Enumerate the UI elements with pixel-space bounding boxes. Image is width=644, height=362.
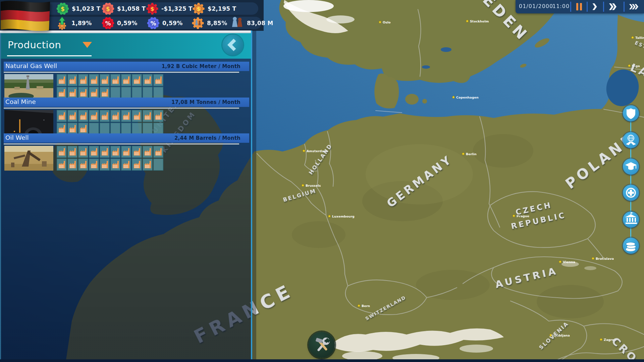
stat-value: 83,08 M <box>247 20 273 26</box>
factory-slot-filled[interactable] <box>67 146 77 158</box>
hammer-wrench-icon <box>313 336 331 354</box>
factory-slot-filled[interactable] <box>89 74 99 86</box>
fast-forward-button[interactable] <box>605 0 622 13</box>
factory-slot-filled[interactable] <box>89 110 99 122</box>
economy-coins-button[interactable] <box>623 238 639 254</box>
factory-slot-empty[interactable] <box>143 87 153 99</box>
factory-slot-empty[interactable] <box>132 123 142 135</box>
section-header[interactable]: Natural Gas Well 1,92 B Cubic Meter / Mo… <box>4 62 249 71</box>
health-cross-button[interactable] <box>623 185 639 201</box>
economy-coins-icon <box>623 238 639 254</box>
back-button[interactable] <box>222 35 243 55</box>
factory-slot-filled[interactable] <box>67 87 77 99</box>
separator <box>570 2 571 12</box>
factory-slot-filled[interactable] <box>57 146 67 158</box>
factory-slot-filled[interactable] <box>78 87 88 99</box>
factory-slot-filled[interactable] <box>143 110 153 122</box>
factory-slot-filled[interactable] <box>78 146 88 158</box>
section-header[interactable]: Oil Well 2,44 M Barrels / Month <box>4 133 249 143</box>
defense-shield-button[interactable] <box>623 105 639 121</box>
factory-slot-filled[interactable] <box>78 123 88 135</box>
factory-slot-filled[interactable] <box>132 159 142 171</box>
factory-slot-filled[interactable] <box>57 87 67 99</box>
factory-slot-filled[interactable] <box>57 110 67 122</box>
diplomacy-handshake-icon <box>623 132 639 148</box>
factory-slot-filled[interactable] <box>121 110 131 122</box>
factory-slot-filled[interactable] <box>67 159 77 171</box>
factory-slot-grid <box>57 74 163 99</box>
factory-slot-filled[interactable] <box>57 74 67 86</box>
play-button[interactable] <box>588 0 602 13</box>
factory-slot-empty[interactable] <box>121 87 131 99</box>
factory-slot-empty[interactable] <box>110 123 120 135</box>
factory-slot-filled[interactable] <box>67 74 77 86</box>
section-header[interactable]: Coal Mine 17,08 M Tonnes / Month <box>4 98 249 107</box>
factory-slot-empty[interactable] <box>143 123 153 135</box>
factory-slot-filled[interactable] <box>153 146 163 158</box>
factory-slot-filled[interactable] <box>78 74 88 86</box>
health-cross-icon <box>623 185 639 201</box>
factory-slot-filled[interactable] <box>143 159 153 171</box>
factory-slot-filled[interactable] <box>67 110 77 122</box>
government-building-button[interactable] <box>623 212 639 228</box>
factory-slot-filled[interactable] <box>89 146 99 158</box>
factory-slot-filled[interactable] <box>132 110 142 122</box>
panel-title: Production <box>8 39 61 51</box>
factory-slot-filled[interactable] <box>132 146 142 158</box>
panel-shadow <box>252 31 256 362</box>
factory-slot-filled[interactable] <box>57 159 67 171</box>
section-name: Oil Well <box>5 134 29 141</box>
factory-slot-filled[interactable] <box>78 159 88 171</box>
factory-slot-empty[interactable] <box>153 123 163 135</box>
factory-slot-filled[interactable] <box>110 110 120 122</box>
factory-slot-filled[interactable] <box>143 74 153 86</box>
factory-slot-empty[interactable] <box>110 87 120 99</box>
construction-tools-button[interactable] <box>309 332 335 358</box>
factory-slot-filled[interactable] <box>121 74 131 86</box>
factory-slot-empty[interactable] <box>121 123 131 135</box>
factory-slot-filled[interactable] <box>100 146 110 158</box>
fastest-forward-button[interactable] <box>626 0 643 13</box>
factory-slot-empty[interactable] <box>153 87 163 99</box>
factory-slot-filled[interactable] <box>57 123 67 135</box>
stat-value: 1,89% <box>71 20 92 26</box>
factory-slot-filled[interactable] <box>153 110 163 122</box>
factory-slot-filled[interactable] <box>100 159 110 171</box>
section-output: 2,44 M Barrels / Month <box>174 135 240 141</box>
factory-slot-filled[interactable] <box>153 74 163 86</box>
factory-slot-grid <box>57 110 163 135</box>
factory-slot-empty[interactable] <box>153 159 163 171</box>
factory-slot-filled[interactable] <box>89 87 99 99</box>
factory-slot-filled[interactable] <box>110 74 120 86</box>
section-name: Coal Mine <box>5 98 36 105</box>
diplomacy-handshake-button[interactable] <box>623 132 639 148</box>
factory-slot-empty[interactable] <box>132 87 142 99</box>
factory-slot-filled[interactable] <box>100 87 110 99</box>
factory-slot-filled[interactable] <box>132 74 142 86</box>
factory-slot-filled[interactable] <box>121 146 131 158</box>
factory-slot-filled[interactable] <box>110 146 120 158</box>
section-underline <box>4 108 239 109</box>
stat-growth-arrow-gear: 1,89% <box>55 17 92 29</box>
factory-slot-filled[interactable] <box>110 159 120 171</box>
production-dropdown[interactable]: Production <box>1 33 252 59</box>
time-display: 11:00 <box>552 3 570 9</box>
factory-slot-filled[interactable] <box>89 159 99 171</box>
city-label: Vienna <box>563 260 575 264</box>
factory-slot-filled[interactable] <box>78 110 88 122</box>
factory-slot-filled[interactable] <box>143 146 153 158</box>
factory-slot-filled[interactable] <box>121 159 131 171</box>
stat-value: $1,023 T <box>72 5 101 12</box>
education-graduation-cap-button[interactable] <box>623 159 639 175</box>
defense-shield-icon <box>623 105 639 121</box>
svg-text:$: $ <box>61 6 65 12</box>
oil-well-thumbnail <box>4 146 53 171</box>
factory-slot-empty[interactable] <box>89 123 99 135</box>
factory-slot-filled[interactable] <box>100 110 110 122</box>
factory-slot-filled[interactable] <box>67 123 77 135</box>
pause-button[interactable] <box>572 0 586 13</box>
stat-value: -$1,325 T <box>161 5 193 12</box>
factory-slot-filled[interactable] <box>100 74 110 86</box>
factory-slot-empty[interactable] <box>100 123 110 135</box>
city-label: Berlin <box>466 152 477 156</box>
